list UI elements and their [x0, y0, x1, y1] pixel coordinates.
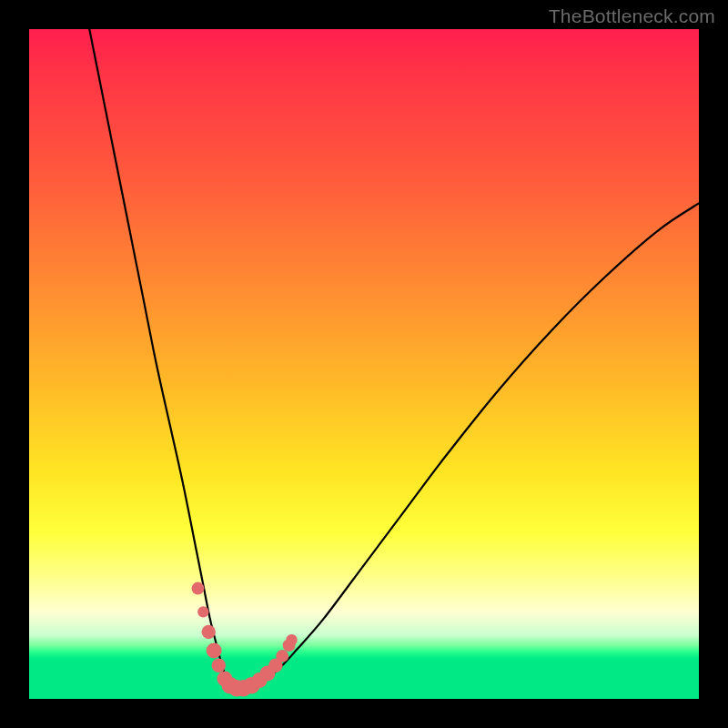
curve-marker: [207, 643, 222, 659]
curve-marker: [212, 658, 226, 672]
curve-marker: [202, 625, 216, 639]
chart-frame: TheBottleneck.com: [0, 0, 728, 728]
curve-svg: [29, 29, 699, 699]
curve-marker: [286, 634, 297, 645]
curve-marker: [276, 650, 288, 662]
curve-marker: [192, 582, 205, 595]
curve-marker: [197, 606, 208, 617]
curve-markers: [192, 582, 298, 697]
watermark-text: TheBottleneck.com: [549, 5, 715, 27]
bottleneck-curve: [89, 29, 699, 689]
plot-area: [29, 29, 699, 699]
